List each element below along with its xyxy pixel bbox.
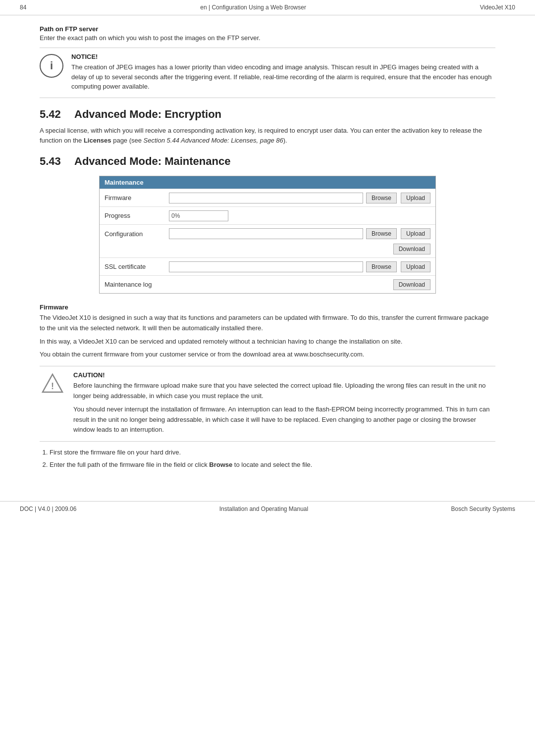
- caution-icon: !: [42, 373, 63, 393]
- page-number: 84: [20, 4, 26, 11]
- configuration-download-row: Download: [100, 243, 435, 257]
- section-42-body: A special license, with which you will r…: [40, 126, 495, 147]
- firmware-para-2: In this way, a VideoJet X10 can be servi…: [40, 337, 495, 347]
- ftp-section: Path on FTP server Enter the exact path …: [40, 25, 495, 48]
- step-2: Enter the full path of the firmware file…: [50, 460, 495, 470]
- configuration-row: Configuration Browse Upload: [100, 225, 435, 243]
- configuration-download-button[interactable]: Download: [393, 244, 430, 254]
- maintenance-log-row: Maintenance log Download: [100, 275, 435, 293]
- section-42-heading: 5.42 Advanced Mode: Encryption: [40, 108, 495, 121]
- firmware-input[interactable]: [169, 193, 363, 203]
- notice-box: i NOTICE! The creation of JPEG images ha…: [40, 48, 495, 98]
- firmware-label: Firmware: [105, 194, 169, 202]
- section-43-num: 5.43: [40, 155, 74, 168]
- maintenance-log-download-button[interactable]: Download: [393, 279, 430, 290]
- ftp-label: Path on FTP server: [40, 25, 495, 33]
- firmware-para-3: You obtain the current firmware from you…: [40, 350, 495, 360]
- ssl-certificate-buttons: Browse Upload: [366, 261, 430, 272]
- main-content: Path on FTP server Enter the exact path …: [0, 15, 535, 491]
- svg-text:!: !: [51, 381, 54, 391]
- footer-right: Bosch Security Systems: [451, 505, 515, 512]
- configuration-input[interactable]: [169, 228, 363, 239]
- ftp-description: Enter the exact path on which you wish t…: [40, 34, 495, 42]
- section-43-title: Advanced Mode: Maintenance: [74, 155, 230, 168]
- notice-content: NOTICE! The creation of JPEG images has …: [71, 53, 495, 92]
- progress-value: 0%: [169, 210, 228, 221]
- maintenance-table-header: Maintenance: [100, 176, 435, 189]
- caution-icon-wrap: !: [40, 373, 65, 393]
- ssl-certificate-label: SSL certificate: [105, 263, 169, 270]
- caution-para-1: Before launching the firmware upload mak…: [73, 381, 495, 402]
- info-icon: i: [40, 54, 63, 78]
- maintenance-log-label: Maintenance log: [105, 281, 169, 288]
- steps-list: First store the firmware file on your ha…: [50, 448, 495, 470]
- product-name: VideoJet X10: [480, 4, 515, 11]
- footer-left: DOC | V4.0 | 2009.06: [20, 505, 76, 512]
- configuration-browse-button[interactable]: Browse: [366, 228, 397, 239]
- section-42-title: Advanced Mode: Encryption: [74, 108, 221, 121]
- step-1: First store the firmware file on your ha…: [50, 448, 495, 458]
- page-footer: DOC | V4.0 | 2009.06 Installation and Op…: [0, 501, 535, 516]
- ssl-certificate-row: SSL certificate Browse Upload: [100, 257, 435, 275]
- firmware-subsection-label: Firmware: [40, 303, 495, 311]
- configuration-section: Configuration Browse Upload Download: [100, 224, 435, 257]
- page-header: 84 en | Configuration Using a Web Browse…: [0, 0, 535, 15]
- progress-label: Progress: [105, 212, 169, 219]
- caution-title: CAUTION!: [73, 371, 495, 379]
- firmware-upload-button[interactable]: Upload: [401, 193, 430, 203]
- section-43-heading: 5.43 Advanced Mode: Maintenance: [40, 155, 495, 168]
- ssl-certificate-input[interactable]: [169, 261, 363, 272]
- maintenance-table: Maintenance Firmware Browse Upload Progr…: [99, 176, 436, 294]
- notice-title: NOTICE!: [71, 53, 495, 60]
- section-42-num: 5.42: [40, 108, 74, 121]
- notice-text: The creation of JPEG images has a lower …: [71, 62, 495, 92]
- ssl-certificate-browse-button[interactable]: Browse: [366, 261, 397, 272]
- maintenance-log-buttons: Download: [393, 279, 430, 290]
- caution-content: CAUTION! Before launching the firmware u…: [73, 371, 495, 435]
- configuration-upload-button[interactable]: Upload: [401, 228, 430, 239]
- firmware-row: Firmware Browse Upload: [100, 189, 435, 206]
- progress-row: Progress 0%: [100, 206, 435, 224]
- firmware-buttons: Browse Upload: [366, 193, 430, 203]
- configuration-buttons: Browse Upload: [366, 228, 430, 239]
- doc-title: en | Configuration Using a Web Browser: [200, 4, 306, 11]
- configuration-label: Configuration: [105, 230, 169, 238]
- footer-center: Installation and Operating Manual: [219, 505, 308, 512]
- firmware-browse-button[interactable]: Browse: [366, 193, 397, 203]
- caution-para-2: You should never interrupt the installat…: [73, 404, 495, 435]
- caution-box: ! CAUTION! Before launching the firmware…: [40, 366, 495, 442]
- firmware-para-1: The VideoJet X10 is designed in such a w…: [40, 313, 495, 334]
- ssl-certificate-upload-button[interactable]: Upload: [401, 261, 430, 272]
